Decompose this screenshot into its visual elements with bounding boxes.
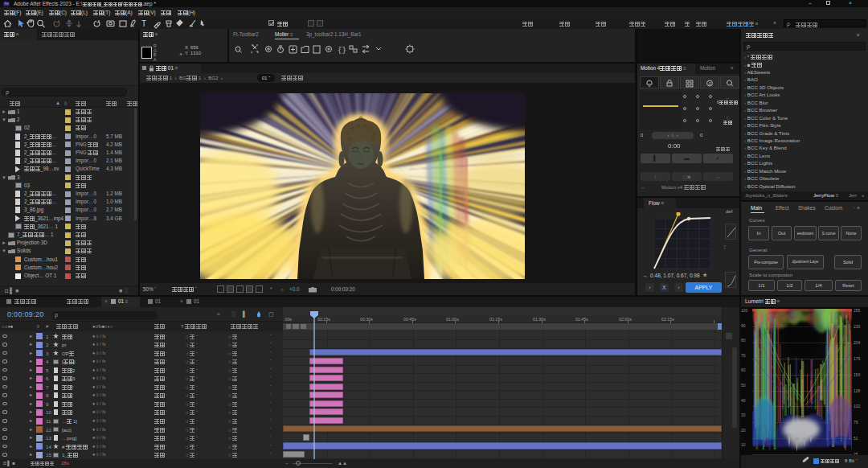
svg-text:T: T — [141, 19, 146, 28]
svg-text:{}: {} — [338, 47, 346, 55]
